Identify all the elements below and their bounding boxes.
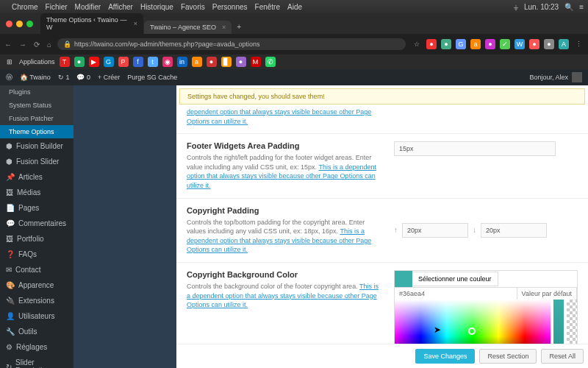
site-name[interactable]: 🏠 Twaino [20,74,51,81]
bookmark-icon[interactable]: ● [74,57,85,67]
ext-icon[interactable]: ● [485,39,495,49]
wifi-icon[interactable]: ⏚ [514,3,518,11]
reload-icon[interactable]: ⟳ [34,40,40,49]
forward-icon[interactable]: → [19,40,26,49]
apps-button[interactable]: ⊞ [4,57,15,67]
reset-section-button[interactable]: Reset Section [479,349,537,364]
sidebar-item-users[interactable]: 👤Utilisateurs [0,308,74,324]
ext-icon[interactable]: G [456,39,466,49]
bookmark-icon[interactable]: ▊ [221,57,232,67]
dependency-link[interactable]: dependent option that always stays visib… [187,108,371,125]
menu-edit[interactable]: Modifier [75,3,101,11]
menu-view[interactable]: Afficher [108,3,133,11]
sidebar-item-articles[interactable]: 📌Articles [0,169,74,185]
tab-twaino[interactable]: Twaino – Agence SEO× [144,21,232,34]
menu-people[interactable]: Personnes [212,3,248,11]
reset-all-button[interactable]: Reset All [541,349,584,364]
sidebar-item-settings[interactable]: ⚙Réglages [0,339,74,355]
comments-icon[interactable]: 💬 0 [76,74,90,81]
sidebar-item-fusion-builder[interactable]: ⬢Fusion Builder [0,138,74,154]
menu-icon[interactable]: ≡ [579,3,584,11]
ext-icon[interactable]: ✓ [500,39,510,49]
extensions-tray: ☆ ● ● G a ● ✓ W ● ● A ⋮ [412,39,584,49]
greeting[interactable]: Bonjour, Alex [529,74,568,81]
question-icon: ❓ [6,250,15,258]
sidebar-item-portfolio[interactable]: 🖼Portfolio [0,231,74,247]
bookmark-icon[interactable]: M [251,57,261,67]
footer-padding-input[interactable] [394,141,556,156]
hexagon-icon: ⬢ [6,158,12,166]
window-max-icon[interactable] [26,21,33,27]
updates-icon[interactable]: ↻ 1 [58,74,70,81]
bookmark-icon[interactable]: in [177,57,187,67]
apps-label[interactable]: Applications [19,57,55,67]
bookmark-icon[interactable]: P [118,57,129,67]
ext-icon[interactable]: a [470,39,481,49]
menu-icon[interactable]: ⋮ [573,39,584,49]
bookmark-icon[interactable]: ● [236,57,246,67]
back-icon[interactable]: ← [4,40,12,49]
sidebar-item-fusion-slider[interactable]: ⬢Fusion Slider [0,154,74,169]
sidebar-item-comments[interactable]: 💬Commentaires [0,216,74,231]
clock: Lun. 10:23 [524,3,559,11]
color-swatch[interactable] [395,271,412,287]
bookmark-icon[interactable]: t [148,57,158,67]
new-tab-button[interactable]: + [232,20,245,34]
sidebar-item-contact[interactable]: ✉Contact [0,262,74,277]
save-notice: Settings have changed, you should save t… [179,88,585,105]
sidebar-item-appearance[interactable]: 🎨Apparence [0,277,74,293]
bookmark-icon[interactable]: a [192,57,202,67]
sidebar-sub-status[interactable]: System Status [0,99,74,112]
sidebar-item-faqs[interactable]: ❓FAQs [0,247,74,262]
menu-history[interactable]: Historique [140,3,173,11]
menu-chrome[interactable]: Chrome [12,3,38,11]
home-icon[interactable]: ⌂ [47,40,51,49]
close-icon[interactable]: × [134,20,137,27]
ext-icon[interactable]: ● [426,39,437,49]
select-color-button[interactable]: Sélectionner une couleur [412,272,498,286]
avatar-icon[interactable] [572,72,582,82]
ext-icon[interactable]: ● [544,39,554,49]
sidebar-sub-plugins[interactable]: Plugins [0,85,74,99]
bookmark-icon[interactable]: ● [207,57,217,67]
sidebar-item-slider-rev[interactable]: ↻Slider Revolution [0,355,74,368]
purge-cache[interactable]: Purge SG Cache [127,74,177,81]
hex-value[interactable]: #36aea4 [395,288,517,300]
window-min-icon[interactable] [16,21,23,27]
menu-file[interactable]: Fichier [46,3,68,11]
close-icon[interactable]: × [222,24,226,31]
create-button[interactable]: + Créer [98,74,120,81]
ext-icon[interactable]: ● [441,39,451,49]
picker-ring-icon[interactable] [468,328,476,335]
menu-window[interactable]: Fenêtre [255,3,280,11]
sidebar-item-medias[interactable]: 🖼Médias [0,185,74,200]
section-desc: Controls the right/left padding for the … [187,153,379,190]
bookmark-icon[interactable]: ✆ [265,57,276,67]
bookmark-icon[interactable]: ◉ [162,57,173,67]
menu-help[interactable]: Aide [287,3,302,11]
bookmark-icon[interactable]: G [104,57,114,67]
copyright-padding-top-input[interactable] [402,223,468,238]
ext-icon[interactable]: W [514,39,525,49]
tab-theme-options[interactable]: Theme Options ‹ Twaino — W× [40,13,143,34]
copyright-padding-bottom-input[interactable] [481,223,547,238]
sidebar-item-tools[interactable]: 🔧Outils [0,324,74,339]
address-bar[interactable]: 🔒 https://twaino.com/wp-admin/themes.php… [57,38,406,50]
window-close-icon[interactable] [6,21,12,27]
star-icon[interactable]: ☆ [412,39,422,49]
default-value-button[interactable]: Valeur par défaut [517,288,577,300]
bookmark-icon[interactable]: T [60,57,70,67]
ext-icon[interactable]: ● [529,39,539,49]
bookmark-icon[interactable]: f [133,57,143,67]
menu-bookmarks[interactable]: Favoris [181,3,205,11]
save-button[interactable]: Save Changes [415,349,475,364]
sidebar-sub-patcher[interactable]: Fusion Patcher [0,112,74,125]
bookmark-icon[interactable]: ▶ [89,57,99,67]
comment-icon: 💬 [6,219,15,227]
avatar-icon[interactable]: A [559,39,569,49]
spotlight-icon[interactable]: 🔍 [564,3,573,11]
sidebar-item-pages[interactable]: 📄Pages [0,200,74,216]
sidebar-item-extensions[interactable]: 🔌Extensions [0,293,74,308]
wp-logo-icon[interactable]: ⓦ [6,73,12,82]
sidebar-sub-theme-options[interactable]: Theme Options [0,125,74,138]
